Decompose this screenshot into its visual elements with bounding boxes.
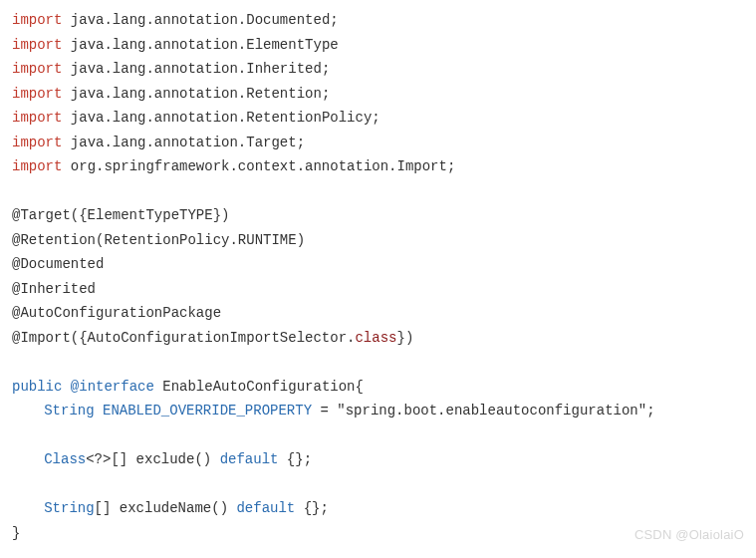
keyword-import: import: [12, 37, 62, 53]
type-string: String: [44, 500, 94, 516]
type-string: String: [44, 403, 94, 418]
import-line: import java.lang.annotation.Documented;: [12, 8, 744, 33]
keyword-import: import: [12, 110, 62, 126]
import-line: import java.lang.annotation.Target;: [12, 131, 744, 155]
watermark-text: CSDN @OlaiolaiO: [634, 524, 744, 547]
keyword-import: import: [12, 158, 62, 174]
keyword-import: import: [12, 61, 62, 77]
keyword-default: default: [220, 451, 279, 467]
keyword-import: import: [12, 135, 62, 150]
keyword-import: import: [12, 12, 62, 28]
annotation-line: @Import({AutoConfigurationImportSelector…: [12, 326, 744, 351]
import-line: import java.lang.annotation.Inherited;: [12, 57, 744, 82]
annotation-line: @Documented: [12, 252, 744, 277]
blank-line: [12, 423, 744, 448]
keyword-default: default: [236, 500, 295, 516]
import-line: import java.lang.annotation.ElementType: [12, 33, 744, 58]
annotation-line: @Retention(RetentionPolicy.RUNTIME): [12, 228, 744, 253]
keyword-class: class: [355, 330, 396, 346]
blank-line: [12, 350, 744, 375]
import-line: import org.springframework.context.annot…: [12, 154, 744, 179]
blank-line: [12, 179, 744, 204]
annotation-line: @Target({ElementTypeTYPE}): [12, 203, 744, 228]
annotation-line: @AutoConfigurationPackage: [12, 301, 744, 326]
code-block: import java.lang.annotation.Documented; …: [12, 8, 744, 545]
method-line: String[] excludeName() default {};: [12, 496, 744, 521]
blank-line: [12, 472, 744, 497]
field-line: String ENABLED_OVERRIDE_PROPERTY = "spri…: [12, 399, 744, 423]
keyword-import: import: [12, 86, 62, 102]
type-class: Class: [44, 451, 86, 467]
method-line: Class<?>[] exclude() default {};: [12, 447, 744, 472]
import-line: import java.lang.annotation.Retention;: [12, 82, 744, 107]
declaration-line: public @interface EnableAutoConfiguratio…: [12, 375, 744, 400]
annotation-line: @Inherited: [12, 277, 744, 302]
constant-name: ENABLED_OVERRIDE_PROPERTY: [103, 403, 312, 418]
keyword-interface: @interface: [71, 379, 154, 395]
keyword-public: public: [12, 379, 62, 395]
import-line: import java.lang.annotation.RetentionPol…: [12, 106, 744, 131]
